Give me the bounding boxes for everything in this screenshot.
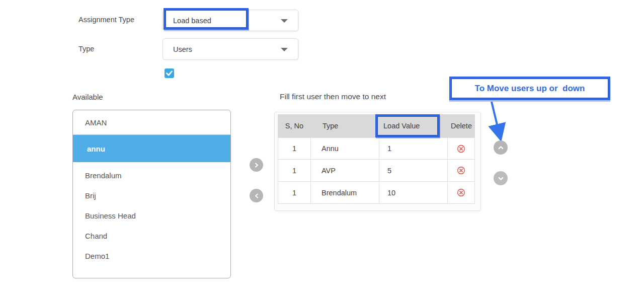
cell-load-value[interactable]: 1 xyxy=(379,138,448,159)
assignment-type-label: Assignment Type xyxy=(78,16,134,24)
chevron-right-icon xyxy=(254,162,260,168)
circled-x-icon xyxy=(457,166,465,175)
users-checkbox[interactable] xyxy=(165,68,174,78)
assigned-users-table: S, No Type Load Value Delete 1 Annu 1 1 … xyxy=(274,112,481,211)
list-item[interactable]: Brij xyxy=(73,185,230,205)
type-select[interactable]: Users xyxy=(163,38,298,60)
cell-type: AVP xyxy=(311,160,379,181)
circled-x-icon xyxy=(457,188,465,197)
cell-load-value[interactable]: 10 xyxy=(379,182,448,203)
chevron-down-icon xyxy=(498,175,504,182)
cell-sno: 1 xyxy=(278,182,311,203)
available-label: Available xyxy=(72,93,103,101)
assignment-type-select[interactable]: Load based xyxy=(163,10,298,31)
annotation-arrow-icon xyxy=(480,100,511,145)
column-header-delete: Delete xyxy=(448,122,475,130)
list-item-label: Brendalum xyxy=(85,171,122,180)
list-item-label: Brij xyxy=(85,191,96,200)
annotation-tooltip-text: To Move users up or down xyxy=(475,84,585,94)
type-label: Type xyxy=(78,45,94,53)
delete-row-button[interactable] xyxy=(457,188,465,197)
list-item[interactable]: Brendalum xyxy=(73,165,230,185)
column-header-sno: S, No xyxy=(278,122,311,130)
type-selected-value: Users xyxy=(173,45,192,53)
cell-sno: 1 xyxy=(278,160,311,181)
list-item[interactable]: Business Head xyxy=(73,205,230,226)
move-down-button[interactable] xyxy=(494,171,508,185)
assignment-type-selected-value: Load based xyxy=(173,17,211,25)
chevron-down-icon xyxy=(281,48,288,51)
move-right-button[interactable] xyxy=(250,158,263,172)
move-left-button[interactable] xyxy=(250,189,263,202)
column-header-load-value: Load Value xyxy=(379,122,448,130)
delete-row-button[interactable] xyxy=(457,145,465,153)
assignment-settings-page: Assignment Type Load based Type Users Av… xyxy=(0,0,644,288)
chevron-up-icon xyxy=(498,145,504,151)
list-item[interactable]: Chand xyxy=(73,226,230,246)
cell-load-value[interactable]: 5 xyxy=(379,160,448,181)
cell-type: Brendalum xyxy=(311,182,379,203)
list-item-label: Demo1 xyxy=(85,252,109,260)
move-up-button[interactable] xyxy=(494,140,508,155)
table-row: 1 Annu 1 xyxy=(278,137,475,160)
list-item-label: annu xyxy=(87,145,105,153)
list-item-label: AMAN xyxy=(85,118,107,127)
list-item-label: Business Head xyxy=(85,211,136,220)
column-header-type: Type xyxy=(311,122,379,130)
delete-row-button[interactable] xyxy=(457,166,465,175)
list-item-selected[interactable]: annu xyxy=(73,135,230,162)
chevron-down-icon xyxy=(281,19,288,23)
table-header-row: S, No Type Load Value Delete xyxy=(278,114,475,137)
list-item[interactable]: AMAN xyxy=(73,110,230,135)
annotation-tooltip: To Move users up or down xyxy=(449,77,610,100)
cell-sno: 1 xyxy=(278,138,311,159)
list-item[interactable]: Demo1 xyxy=(73,246,230,266)
table-row: 1 Brendalum 10 xyxy=(278,182,475,204)
chevron-left-icon xyxy=(254,193,260,199)
list-item-label: Chand xyxy=(85,232,107,240)
circled-x-icon xyxy=(457,145,465,153)
cell-type: Annu xyxy=(311,138,379,159)
table-row: 1 AVP 5 xyxy=(278,160,475,182)
assigned-panel-title: Fill first user then move to next xyxy=(280,92,386,101)
checkmark-icon xyxy=(166,70,173,76)
available-users-list: AMAN annu Brendalum Brij Business Head C… xyxy=(72,110,231,278)
